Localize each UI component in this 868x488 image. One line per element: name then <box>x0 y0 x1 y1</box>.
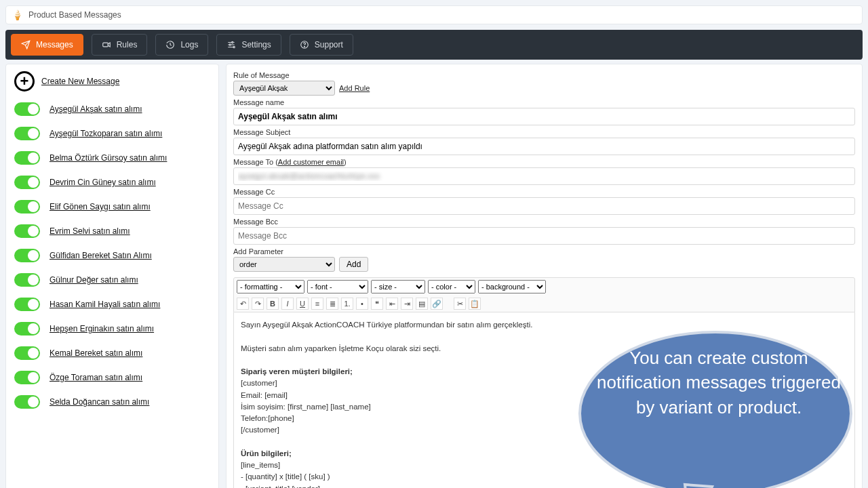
messages-sidebar: + Create New Message Ayşegül Akşak satın… <box>5 64 219 488</box>
undo-icon[interactable]: ↶ <box>237 298 249 310</box>
message-subject-input[interactable] <box>233 138 855 155</box>
message-list-item[interactable]: Belma Öztürk Gürsoy satın alımı <box>14 146 210 170</box>
message-list-item[interactable]: Selda Doğancan satın alımı <box>14 390 210 414</box>
message-list-item-label[interactable]: Elif Gönen Saygı satın alımı <box>50 202 151 211</box>
italic-icon[interactable]: I <box>281 298 294 310</box>
message-name-input[interactable] <box>233 108 855 125</box>
toggle-switch[interactable] <box>14 273 40 287</box>
add-parameter-label: Add Parameter <box>233 247 855 256</box>
underline-icon[interactable]: U <box>296 298 309 310</box>
nav-messages[interactable]: Messages <box>11 34 83 56</box>
svg-point-1 <box>232 41 233 43</box>
message-list-item[interactable]: Gülnur Değer satın alımı <box>14 268 210 292</box>
message-list-item-label[interactable]: Selda Doğancan satın alımı <box>50 397 149 407</box>
message-list-item[interactable]: Elif Gönen Saygı satın alımı <box>14 195 210 219</box>
message-list-item[interactable]: Ayşegül Akşak satın alımı <box>14 97 210 121</box>
history-icon <box>165 40 175 49</box>
toggle-switch[interactable] <box>14 371 40 384</box>
nav-support-label: Support <box>315 40 343 49</box>
rule-select[interactable]: Ayşegül Akşak <box>233 81 335 96</box>
indent-icon[interactable]: ⇥ <box>401 298 413 310</box>
message-list-item-label[interactable]: Ayşegül Tozkoparan satın alımı <box>50 129 162 138</box>
message-to-label: Message To (Add customer email) <box>233 158 855 166</box>
toggle-switch[interactable] <box>14 151 40 165</box>
paste-icon[interactable]: 📋 <box>469 298 481 310</box>
size-select[interactable]: - size - <box>371 280 425 293</box>
sliders-icon <box>226 40 236 49</box>
nav-support[interactable]: Support <box>290 34 353 56</box>
background-select[interactable]: - background - <box>478 280 546 293</box>
svg-point-5 <box>304 46 304 47</box>
nav-rules[interactable]: Rules <box>92 34 148 56</box>
main-nav: Messages Rules Logs Settings Support <box>5 30 863 60</box>
message-list-item[interactable]: Ayşegül Tozkoparan satın alımı <box>14 121 210 146</box>
nav-logs[interactable]: Logs <box>155 34 208 56</box>
list-ol-icon[interactable]: 1. <box>341 298 353 310</box>
create-message-row[interactable]: + Create New Message <box>14 71 210 92</box>
toggle-switch[interactable] <box>14 395 40 409</box>
add-rule-link[interactable]: Add Rule <box>339 84 370 92</box>
add-customer-email-link[interactable]: Add customer email <box>278 158 344 166</box>
message-list-item[interactable]: Özge Toraman satın alımı <box>14 365 210 390</box>
align-left-icon[interactable]: ≡ <box>311 298 323 310</box>
toggle-switch[interactable] <box>14 346 40 360</box>
quote-icon[interactable]: ❝ <box>371 298 383 310</box>
rule-label: Rule of Message <box>233 71 855 79</box>
message-list-item-label[interactable]: Gülnur Değer satın alımı <box>50 275 138 285</box>
message-list-item[interactable]: Hasan Kamil Hayali satın alımı <box>14 292 210 317</box>
message-list-item-label[interactable]: Gülfidan Bereket Satın Alımı <box>50 251 152 260</box>
nav-settings[interactable]: Settings <box>216 34 281 56</box>
paper-plane-icon <box>21 40 31 49</box>
toggle-switch[interactable] <box>14 200 40 214</box>
bold-icon[interactable]: B <box>267 298 279 310</box>
message-list-item-label[interactable]: Hasan Kamil Hayali satın alımı <box>50 300 160 309</box>
message-to-input[interactable] <box>233 167 855 185</box>
toggle-switch[interactable] <box>14 298 40 311</box>
promo-callout-text: You can create custom notification messa… <box>597 346 841 420</box>
toggle-switch[interactable] <box>14 224 40 238</box>
outdent-icon[interactable]: ⇤ <box>386 298 398 310</box>
toggle-switch[interactable] <box>14 127 40 140</box>
color-select[interactable]: - color - <box>428 280 475 293</box>
editor-toolbar: - formatting - - font - - size - - color… <box>233 277 855 312</box>
create-message-link[interactable]: Create New Message <box>41 77 119 86</box>
link-icon[interactable]: 🔗 <box>431 298 443 310</box>
message-list-item[interactable]: Gülfidan Bereket Satın Alımı <box>14 243 210 268</box>
parameter-select[interactable]: order <box>233 257 335 272</box>
message-list-item-label[interactable]: Hepşen Erginakın satın alımı <box>50 324 154 333</box>
font-select[interactable]: - font - <box>307 280 368 293</box>
message-list-item[interactable]: Evrim Selvi satın alımı <box>14 219 210 243</box>
image-icon[interactable]: ▤ <box>416 298 428 310</box>
message-list-item[interactable]: Kemal Bereket satın alımı <box>14 341 210 365</box>
svg-point-2 <box>230 44 231 45</box>
message-list-item-label[interactable]: Kemal Bereket satın alımı <box>50 348 142 358</box>
camera-icon <box>102 40 111 49</box>
nav-settings-label: Settings <box>241 40 271 49</box>
message-list-item[interactable]: Devrim Cin Güney satın alımı <box>14 170 210 195</box>
add-parameter-button[interactable]: Add <box>339 257 368 272</box>
message-list-item-label[interactable]: Özge Toraman satın alımı <box>50 373 142 382</box>
list-ul-icon[interactable]: • <box>356 298 368 310</box>
cut-icon[interactable]: ✂ <box>454 298 466 310</box>
message-cc-label: Message Cc <box>233 188 855 196</box>
toggle-switch[interactable] <box>14 322 40 336</box>
message-subject-label: Message Subject <box>233 128 855 136</box>
formatting-select[interactable]: - formatting - <box>237 280 304 293</box>
svg-rect-0 <box>102 43 108 47</box>
toggle-switch[interactable] <box>14 249 40 262</box>
message-list-item-label[interactable]: Evrim Selvi satın alımı <box>50 226 130 236</box>
redo-icon[interactable]: ↷ <box>252 298 264 310</box>
nav-rules-label: Rules <box>117 40 138 49</box>
message-bcc-label: Message Bcc <box>233 218 855 226</box>
toggle-switch[interactable] <box>14 176 40 189</box>
message-bcc-input[interactable] <box>233 227 855 245</box>
message-list-item-label[interactable]: Devrim Cin Güney satın alımı <box>50 178 156 187</box>
align-center-icon[interactable]: ≣ <box>326 298 338 310</box>
message-list-item-label[interactable]: Belma Öztürk Gürsoy satın alımı <box>50 153 167 163</box>
message-list-item-label[interactable]: Ayşegül Akşak satın alımı <box>50 104 142 114</box>
message-name-label: Message name <box>233 98 855 106</box>
message-list-item[interactable]: Hepşen Erginakın satın alımı <box>14 317 210 341</box>
message-cc-input[interactable] <box>233 197 855 215</box>
nav-messages-label: Messages <box>36 40 73 49</box>
toggle-switch[interactable] <box>14 102 40 116</box>
